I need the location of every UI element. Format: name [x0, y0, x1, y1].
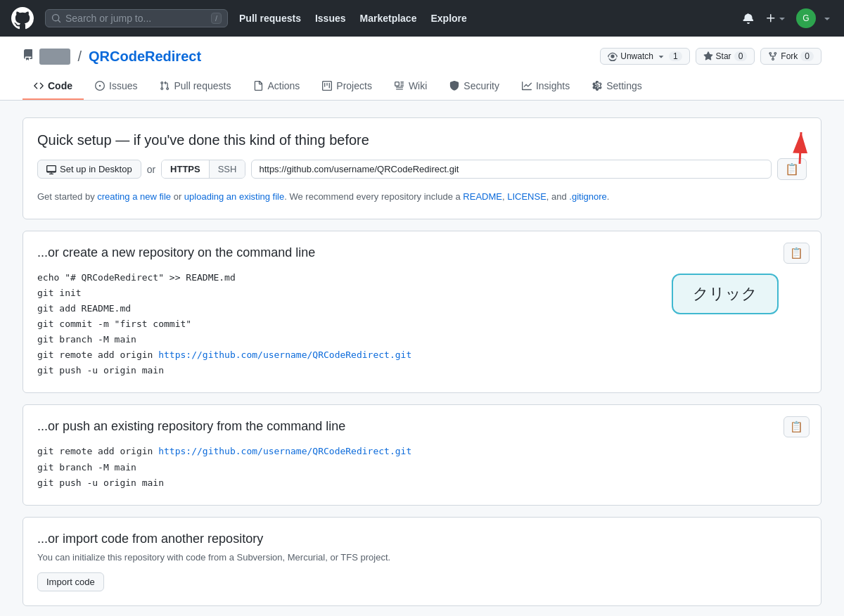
tab-pull-requests[interactable]: Pull requests [148, 73, 242, 100]
unwatch-button[interactable]: Unwatch 1 [600, 48, 689, 65]
push-repo-code: git remote add origin https://github.com… [37, 444, 807, 490]
repo-icon [23, 49, 34, 63]
https-button[interactable]: HTTPS [162, 160, 210, 178]
create-remote-url-link[interactable]: https://github.com/username/QRCodeRedire… [158, 349, 411, 360]
push-line-2: git branch -M main [37, 460, 807, 475]
create-repo-code: echo "# QRCodeRedirect" >> README.md git… [37, 270, 807, 379]
fork-button[interactable]: Fork 0 [760, 48, 821, 65]
tab-wiki[interactable]: Wiki [383, 73, 438, 100]
tab-settings[interactable]: Settings [581, 73, 653, 100]
issues-icon [95, 81, 105, 91]
avatar[interactable]: G [796, 8, 816, 28]
tab-issues-label: Issues [109, 80, 137, 91]
projects-icon [322, 81, 332, 91]
code-line-4: git commit -m "first commit" [37, 316, 807, 332]
header-nav: Pull requests Issues Marketplace Explore [239, 13, 729, 24]
push-repo-section: ...or push an existing repository from t… [23, 404, 821, 505]
star-count: 0 [734, 51, 748, 61]
dropdown-icon [656, 51, 666, 61]
settings-icon [592, 81, 602, 91]
search-bar[interactable]: / [45, 9, 228, 27]
main-content: Quick setup — if you've done this kind o… [0, 101, 844, 616]
star-button[interactable]: Star 0 [696, 48, 755, 65]
code-line-7: git push -u origin main [37, 363, 807, 378]
fork-icon [768, 51, 778, 61]
copy-create-code-button[interactable]: 📋 [784, 243, 810, 264]
github-logo[interactable] [11, 7, 34, 30]
tab-insights-label: Insights [536, 80, 570, 91]
tab-issues[interactable]: Issues [84, 73, 148, 100]
nav-issues[interactable]: Issues [315, 13, 346, 24]
repo-title: / QRCodeRedirect [23, 49, 201, 65]
license-link[interactable]: LICENSE [507, 191, 546, 202]
code-line-5: git branch -M main [37, 332, 807, 347]
create-new-file-link[interactable]: creating a new file [97, 191, 171, 202]
tab-security[interactable]: Security [438, 73, 511, 100]
import-description: You can initialize this repository with … [37, 552, 807, 563]
or-text: or [147, 164, 155, 175]
protocol-buttons: HTTPS SSH [161, 160, 245, 179]
repo-title-row: / QRCodeRedirect Unwatch 1 Star 0 Fork 0 [23, 48, 821, 65]
upload-file-link[interactable]: uploading an existing file [184, 191, 284, 202]
repo-name-link[interactable]: QRCodeRedirect [89, 49, 201, 65]
repo-url-field[interactable] [251, 160, 772, 179]
tab-wiki-label: Wiki [409, 80, 427, 91]
readme-link[interactable]: README [463, 191, 502, 202]
gitignore-link[interactable]: .gitignore [569, 191, 606, 202]
repo-actions: Unwatch 1 Star 0 Fork 0 [600, 48, 821, 65]
star-icon [703, 51, 713, 61]
eye-icon [608, 51, 618, 61]
fork-label: Fork [781, 51, 798, 61]
repo-owner-link[interactable] [39, 49, 70, 65]
code-line-1: echo "# QRCodeRedirect" >> README.md [37, 270, 807, 285]
repo-tabs: Code Issues Pull requests Actions Projec… [23, 73, 821, 100]
push-repo-title: ...or push an existing repository from t… [37, 419, 807, 434]
tab-insights[interactable]: Insights [511, 73, 581, 100]
ssh-button[interactable]: SSH [210, 160, 245, 178]
create-repo-section: ...or create a new repository on the com… [23, 231, 821, 394]
fork-count: 0 [800, 51, 814, 61]
avatar-dropdown-icon [821, 13, 833, 24]
push-remote-url-link[interactable]: https://github.com/username/QRCodeRedire… [158, 446, 411, 456]
desktop-setup-button[interactable]: Set up in Desktop [37, 160, 141, 179]
pr-icon [160, 81, 170, 91]
add-button[interactable] [762, 10, 791, 27]
desktop-setup-label: Set up in Desktop [60, 164, 132, 174]
wiki-icon [395, 81, 404, 91]
tab-code[interactable]: Code [23, 73, 84, 100]
repo-header: / QRCodeRedirect Unwatch 1 Star 0 Fork 0 [0, 37, 844, 101]
actions-icon [253, 81, 263, 91]
create-repo-title: ...or create a new repository on the com… [37, 245, 807, 260]
unwatch-count: 1 [669, 51, 682, 61]
tab-projects-label: Projects [336, 80, 372, 91]
nav-explore[interactable]: Explore [430, 13, 466, 24]
push-line-1: git remote add origin https://github.com… [37, 444, 807, 459]
star-label: Star [716, 51, 731, 61]
tab-projects[interactable]: Projects [311, 73, 383, 100]
notifications-button[interactable] [740, 10, 757, 27]
import-title: ...or import code from another repositor… [37, 532, 807, 546]
copy-url-button[interactable]: 📋 [777, 158, 807, 180]
quick-setup-title: Quick setup — if you've done this kind o… [37, 132, 807, 148]
nav-pull-requests[interactable]: Pull requests [239, 13, 301, 24]
tab-security-label: Security [463, 80, 499, 91]
url-row: Set up in Desktop or HTTPS SSH 📋 [37, 158, 807, 180]
code-line-6: git remote add origin https://github.com… [37, 347, 807, 363]
tab-actions-label: Actions [267, 80, 300, 91]
quick-setup-section: Quick setup — if you've done this kind o… [23, 117, 821, 219]
desktop-icon [46, 165, 56, 174]
repo-owner-text [39, 49, 70, 65]
code-line-2: git init [37, 285, 807, 301]
copy-push-code-button[interactable]: 📋 [784, 416, 810, 437]
nav-marketplace[interactable]: Marketplace [360, 13, 417, 24]
search-input[interactable] [65, 13, 207, 24]
tab-code-label: Code [48, 80, 72, 91]
import-code-button[interactable]: Import code [37, 572, 104, 591]
header-right: G [740, 8, 833, 28]
setup-description: Get started by creating a new file or up… [37, 190, 807, 205]
insights-icon [522, 81, 532, 91]
import-section: ...or import code from another repositor… [23, 517, 821, 606]
tab-actions[interactable]: Actions [242, 73, 311, 100]
security-icon [449, 81, 459, 91]
tab-settings-label: Settings [606, 80, 642, 91]
